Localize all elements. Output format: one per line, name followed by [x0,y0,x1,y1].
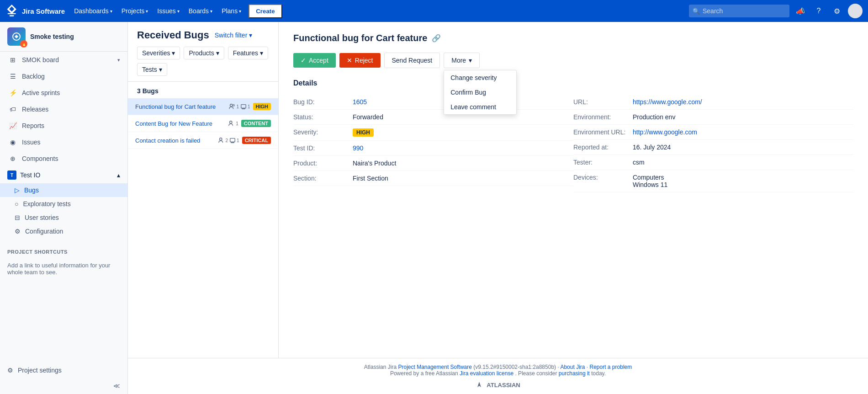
jira-logo-text: Jira Software [22,7,65,15]
nav-projects[interactable]: Projects ▾ [118,5,152,17]
filter-products[interactable]: Products ▾ [184,47,224,59]
people-icon [228,120,235,127]
nav-issues[interactable]: Issues ▾ [153,5,183,17]
notifications-button[interactable]: 📣 [793,4,808,18]
device-icon [240,103,247,110]
bug-title: Content Bug for New Feature [135,120,228,127]
send-request-button[interactable]: Send Request [384,53,440,68]
link-icon[interactable]: 🔗 [432,34,441,43]
topnav: Jira Software Dashboards ▾ Projects ▾ Is… [0,0,868,22]
layout: 🔥 Smoke testing ⊞ SMOK board ▾ ☰ Backlog… [0,22,868,394]
detail-value-environment: Production env [633,113,853,121]
severity-badge: HIGH [353,128,374,137]
bug-list-item[interactable]: Functional bug for Cart feature 1 1 [128,98,278,115]
svg-point-4 [233,105,235,106]
footer-powered-by: Powered by a free Atlassian Jira evaluat… [137,370,859,377]
checkmark-icon: ✓ [301,57,306,64]
gear-icon: ⚙ [7,367,13,374]
sidebar-item-smok-board[interactable]: ⊞ SMOK board ▾ [0,52,127,68]
more-button[interactable]: More ▾ [444,53,480,68]
bugs-header: Received Bugs Switch filter ▾ [128,22,278,41]
detail-panel: Functional bug for Cart feature 🔗 ✓ Acce… [279,22,868,358]
details-section-title: Details [293,79,853,87]
svg-point-7 [219,138,222,140]
detail-label: Reported at: [573,144,633,151]
jira-logo[interactable]: Jira Software [5,5,65,17]
action-row: ✓ Accept ✕ Reject Send Request More ▾ [293,53,853,68]
issue-icon: ◉ [8,138,17,147]
reject-button[interactable]: ✕ Reject [339,53,381,68]
accept-button[interactable]: ✓ Accept [293,53,336,68]
bug-list-item[interactable]: Content Bug for New Feature 1 CONTENT [128,115,278,132]
people-icon [218,137,225,144]
nav-boards[interactable]: Boards ▾ [185,5,216,17]
detail-row-product: Product: Naira's Product [293,156,573,171]
footer-link-report[interactable]: Report a problem [590,364,632,370]
chevron-icon: ▾ [159,66,162,73]
create-button[interactable]: Create [249,4,282,18]
grid-icon: ⊞ [8,55,17,64]
search-input[interactable] [689,5,789,17]
sidebar-item-components[interactable]: ⊕ Components [0,150,127,167]
sidebar-item-active-sprints[interactable]: ⚡ Active sprints [0,85,127,101]
sidebar-item-backlog[interactable]: ☰ Backlog [0,68,127,85]
svg-rect-1 [10,15,14,16]
sidebar-sub-configuration[interactable]: ⚙ Configuration [0,224,127,238]
sidebar-sub-bugs[interactable]: ▷ Bugs [0,183,127,197]
more-dropdown: Change severity Confirm Bug Leave commen… [444,70,517,115]
bug-icons: 1 1 [229,103,250,110]
sidebar-sub-exploratory-tests[interactable]: ○ Exploratory tests [0,197,127,211]
component-icon: ⊕ [8,154,17,163]
footer-purchase-link[interactable]: purchasing it [559,370,590,377]
list-icon: ☰ [8,72,17,81]
chevron-up-icon: ▴ [117,171,120,179]
sidebar-sub-user-stories[interactable]: ⊟ User stories [0,211,127,224]
switch-filter-button[interactable]: Switch filter ▾ [215,32,253,39]
chevron-icon: ▾ [216,49,219,57]
sidebar-item-reports[interactable]: 📈 Reports [0,117,127,134]
detail-value-devices: Computers Windows 11 [633,174,853,188]
filter-features[interactable]: Features ▾ [228,47,268,59]
bug-meta: 2 1 CRITICAL [218,137,271,144]
footer-link-about[interactable]: About Jira [560,364,585,370]
chevron-icon: ▾ [110,9,112,14]
bug-list-item[interactable]: Contact creation is failed 2 1 [128,132,278,149]
more-btn-wrapper: More ▾ Change severity Confirm Bug Leave… [444,53,480,68]
footer-eval-link[interactable]: Jira evaluation license [460,370,513,377]
help-button[interactable]: ? [811,4,826,18]
project-name: Smoke testing [30,33,74,40]
svg-rect-8 [230,138,235,142]
project-settings-item[interactable]: ⚙ Project settings [0,363,127,378]
detail-value-url[interactable]: https://www.google.com/ [633,98,853,106]
nav-dashboards[interactable]: Dashboards ▾ [70,5,116,17]
collapse-sidebar-button[interactable]: ≪ [0,378,127,394]
bugs-count: 3 Bugs [128,82,278,98]
detail-value-env-url[interactable]: http://www.google.com [633,128,853,136]
severity-badge: CONTENT [241,120,271,127]
cross-icon: ✕ [347,57,352,64]
sidebar-item-issues[interactable]: ◉ Issues [0,134,127,150]
testio-section-header[interactable]: T Test IO ▴ [0,167,127,183]
sidebar-item-releases[interactable]: 🏷 Releases [0,101,127,117]
project-icon: 🔥 [7,27,26,46]
dropdown-change-severity[interactable]: Change severity [444,70,516,85]
triangle-icon: ▷ [15,186,20,194]
dropdown-confirm-bug[interactable]: Confirm Bug [444,85,516,100]
nav-plans[interactable]: Plans ▾ [218,5,245,17]
lightning-icon: ⚡ [8,88,17,97]
detail-label: Severity: [293,128,353,136]
testio-icon: T [7,170,16,180]
filter-severities[interactable]: Severities ▾ [137,47,180,59]
dropdown-leave-comment[interactable]: Leave comment [444,100,516,114]
details-right: URL: https://www.google.com/ Environment… [573,95,853,192]
settings-button[interactable]: ⚙ [830,4,844,18]
bugs-content: Received Bugs Switch filter ▾ Severities… [128,22,868,358]
detail-value-tester: csm [633,159,853,166]
main-content: Received Bugs Switch filter ▾ Severities… [128,22,868,394]
user-avatar[interactable] [848,4,863,18]
bug-icons: 1 [228,120,238,127]
sidebar-project[interactable]: 🔥 Smoke testing [0,22,127,52]
icon-group-2: 1 [229,137,239,144]
filter-tests[interactable]: Tests ▾ [137,63,167,76]
footer-link-project-management[interactable]: Project Management Software [398,364,471,370]
